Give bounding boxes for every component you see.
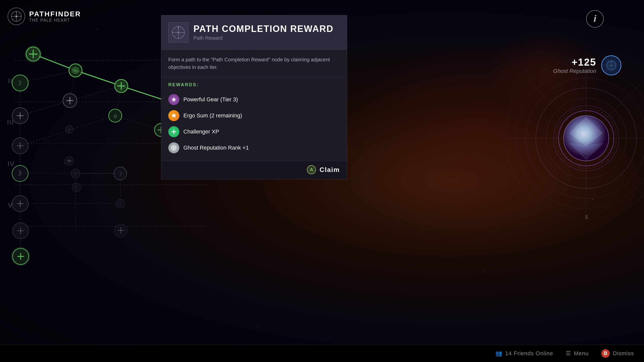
dismiss-label: Dismiss	[613, 350, 634, 357]
popup-title-area: PATH COMPLETION REWARD Path Reward	[193, 24, 334, 41]
dismiss-item[interactable]: B Dismiss	[601, 349, 634, 358]
menu-label: Menu	[574, 350, 589, 357]
svg-line-44	[20, 70, 75, 83]
svg-text:☽: ☽	[73, 172, 76, 176]
bottom-bar: 👥 14 Friends Online ☰ Menu B Dismiss	[0, 344, 644, 362]
reward-item-3: Challenger XP	[168, 124, 340, 140]
reward-item-4: Ghost Reputation Rank +1	[168, 140, 340, 156]
svg-text:☽: ☽	[74, 186, 77, 190]
game-ui: PATHFINDER THE PALE HEART i +125 Ghost R…	[0, 0, 644, 362]
dismiss-key-icon: B	[601, 349, 610, 358]
svg-text:☽: ☽	[118, 202, 121, 206]
reward-icon-ergo-sum	[168, 110, 179, 121]
rewards-label: REWARDS:	[168, 82, 340, 87]
svg-text:☽: ☽	[67, 128, 70, 132]
svg-line-42	[75, 70, 121, 86]
reward-name-1: Powerful Gear (Tier 3)	[183, 96, 238, 103]
claim-key-icon[interactable]: A	[307, 165, 316, 174]
popup-icon	[168, 22, 188, 42]
popup-panel: PATH COMPLETION REWARD Path Reward Form …	[161, 15, 347, 179]
svg-marker-129	[171, 97, 176, 102]
svg-text:☺: ☺	[113, 113, 118, 119]
reward-item-2: Ergo Sum (2 remaining)	[168, 108, 340, 124]
menu-item[interactable]: ☰ Menu	[566, 350, 589, 357]
popup-header: PATH COMPLETION REWARD Path Reward	[161, 15, 347, 50]
info-icon: i	[594, 14, 596, 24]
reward-icon-challenger-xp	[168, 126, 179, 137]
svg-text:IV: IV	[8, 160, 15, 167]
reward-icon-ghost-rep	[168, 142, 179, 153]
claim-label[interactable]: Claim	[319, 166, 340, 174]
popup-rewards: REWARDS: Powerful Gear (Tier 3) Ergo Sum…	[161, 77, 347, 161]
reward-item-1: Powerful Gear (Tier 3)	[168, 92, 340, 108]
svg-text:☽: ☽	[16, 79, 22, 86]
reward-icon-powerful-gear	[168, 94, 179, 105]
popup-claim: A Claim	[161, 161, 347, 179]
claim-key-label: A	[310, 167, 313, 172]
friends-icon: 👥	[495, 350, 502, 357]
svg-text:☽: ☽	[16, 170, 22, 177]
info-button[interactable]: i	[586, 10, 604, 28]
svg-text:☽: ☽	[118, 171, 122, 176]
svg-line-46	[70, 86, 121, 101]
ghost-orb: N S E	[498, 50, 644, 226]
friends-online: 👥 14 Friends Online	[495, 350, 553, 357]
popup-subtitle: Path Reward	[193, 35, 334, 41]
reward-name-2: Ergo Sum (2 remaining)	[183, 112, 242, 119]
reward-name-3: Challenger XP	[183, 128, 219, 135]
svg-text:S: S	[585, 214, 588, 220]
menu-icon: ☰	[566, 350, 571, 357]
popup-title: PATH COMPLETION REWARD	[193, 24, 334, 34]
popup-description: Form a path to the "Path Completion Rewa…	[161, 50, 347, 77]
svg-text:N: N	[585, 60, 588, 65]
dismiss-key-label: B	[604, 350, 607, 356]
svg-text:☺: ☺	[73, 68, 77, 73]
svg-marker-130	[171, 113, 177, 118]
reward-name-4: Ghost Reputation Rank +1	[183, 145, 249, 151]
svg-line-48	[115, 116, 161, 130]
friends-label: 14 Friends Online	[505, 350, 553, 357]
